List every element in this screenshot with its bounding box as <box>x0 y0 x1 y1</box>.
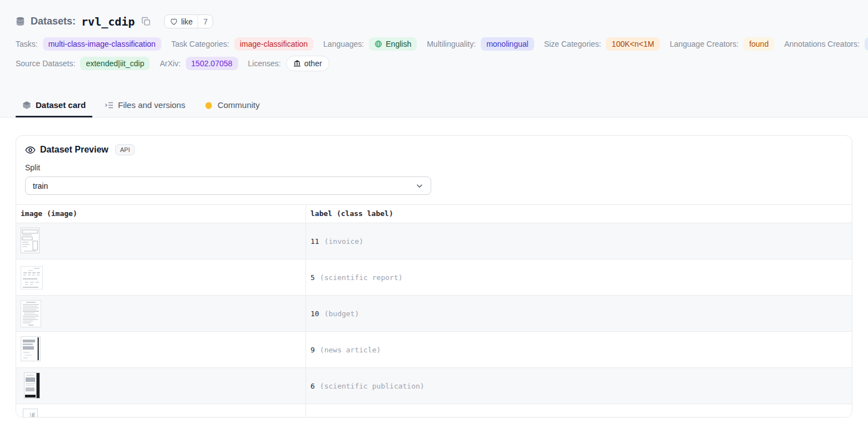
cube-icon <box>22 101 31 110</box>
label-name: (news article) <box>320 346 381 354</box>
tag-label: Languages: <box>323 40 364 48</box>
tag-group-arxiv: ArXiv: 1502.07058 <box>160 57 238 70</box>
table-row: 6 (scientific publication) <box>16 368 852 404</box>
tag-group-annotations-creators: Annotations Creators: found <box>784 37 868 51</box>
like-count: 7 <box>198 15 213 28</box>
label-name: (scientific publication) <box>320 382 425 390</box>
tag-group-language-creators: Language Creators: found <box>670 37 775 51</box>
eye-icon <box>25 145 36 155</box>
label-name: (scientific report) <box>320 273 403 282</box>
preview-title: Dataset Preview <box>40 145 108 155</box>
tag-label: Multilinguality: <box>427 40 476 48</box>
table-row: 10 (budget) <box>16 296 852 332</box>
tag-pill-task[interactable]: multi-class-image-classification <box>43 37 161 51</box>
document-thumbnail-news-article[interactable] <box>21 336 41 361</box>
tag-group-size-categories: Size Categories: 100K<n<1M <box>544 37 660 51</box>
tag-pill-language-creators[interactable]: found <box>743 37 774 51</box>
tag-pill-license[interactable]: other <box>286 56 329 71</box>
breadcrumb-datasets[interactable]: Datasets: <box>31 16 76 27</box>
bank-icon <box>293 60 301 67</box>
column-header-label: label (class label) <box>306 205 852 223</box>
tag-label: Annotations Creators: <box>784 40 859 48</box>
like-button[interactable]: like 7 <box>164 14 213 28</box>
table-row: 11 (invoice) <box>16 223 852 259</box>
table-row: 9 (news article) <box>16 332 852 368</box>
preview-table: image (image) label (class label) 11 (in… <box>16 204 852 418</box>
title-row: Datasets: rvl_cdip like 7 <box>16 0 852 28</box>
table-header-row: image (image) label (class label) <box>16 205 852 223</box>
like-label: like <box>181 17 193 26</box>
tag-label: Source Datasets: <box>16 59 75 68</box>
label-name: (invoice) <box>324 237 363 246</box>
tag-pill-annotations-creators[interactable]: found <box>865 37 868 51</box>
tag-pill-label: other <box>304 58 322 68</box>
label-name: (budget) <box>324 310 359 318</box>
dataset-preview-card: Dataset Preview API Split train image (i… <box>16 135 852 418</box>
tag-pill-task-category[interactable]: image-classification <box>234 37 313 51</box>
label-id: 9 <box>310 346 315 354</box>
document-thumbnail-scientific-publication[interactable] <box>24 372 40 399</box>
preview-header: Dataset Preview API <box>25 144 843 155</box>
tab-dataset-card[interactable]: Dataset card <box>16 95 92 117</box>
chevron-down-icon <box>416 182 423 190</box>
label-id: 11 <box>310 237 319 246</box>
main-content: Dataset Preview API Split train image (i… <box>0 117 868 418</box>
table-row: 5 (scientific report) <box>16 259 852 296</box>
heart-icon <box>170 17 178 26</box>
tag-label: Size Categories: <box>544 40 601 48</box>
tag-label: Task Categories: <box>171 40 229 48</box>
tab-label: Dataset card <box>36 100 86 110</box>
tab-label: Community <box>218 100 260 110</box>
tag-group-licenses: Licenses: other <box>248 56 329 71</box>
tag-label: Language Creators: <box>670 40 739 48</box>
tags-row-1: Tasks: multi-class-image-classification … <box>16 37 852 51</box>
document-thumbnail-budget[interactable] <box>21 300 41 327</box>
dataset-name: rvl_cdip <box>81 15 135 28</box>
tag-pill-multilinguality[interactable]: monolingual <box>481 37 534 51</box>
database-icon <box>16 17 25 26</box>
api-badge-button[interactable]: API <box>115 144 135 155</box>
tag-group-languages: Languages: English <box>323 37 417 51</box>
label-id: 6 <box>310 382 315 390</box>
document-thumbnail-partial[interactable] <box>23 409 38 418</box>
document-thumbnail-invoice[interactable] <box>21 228 40 253</box>
document-thumbnail-scientific-report[interactable] <box>21 266 43 289</box>
label-id: 5 <box>310 273 315 282</box>
page-header: Datasets: rvl_cdip like 7 Tasks: multi-c… <box>0 0 868 117</box>
globe-icon <box>374 40 382 48</box>
tab-bar: Dataset card Files and versions Communit… <box>0 95 868 117</box>
tag-pill-label: English <box>386 39 411 49</box>
tab-label: Files and versions <box>118 100 185 110</box>
tag-group-source-datasets: Source Datasets: extended|iit_cdip <box>16 57 150 70</box>
hands-icon <box>204 101 213 110</box>
tag-pill-arxiv[interactable]: 1502.07058 <box>186 57 238 70</box>
tag-group-tasks: Tasks: multi-class-image-classification <box>16 37 161 51</box>
table-row <box>16 404 852 418</box>
tag-label: Tasks: <box>16 40 38 48</box>
tag-group-task-categories: Task Categories: image-classification <box>171 37 313 51</box>
tab-files-and-versions[interactable]: Files and versions <box>98 95 192 117</box>
split-label: Split <box>25 163 843 172</box>
split-select[interactable]: train <box>25 176 431 195</box>
copy-icon[interactable] <box>141 17 151 26</box>
tag-pill-size-category[interactable]: 100K<n<1M <box>606 37 659 51</box>
split-select-value: train <box>33 181 48 190</box>
tag-pill-source-dataset[interactable]: extended|iit_cdip <box>80 57 150 70</box>
column-header-image: image (image) <box>16 205 306 223</box>
tab-community[interactable]: Community <box>198 95 267 117</box>
tag-pill-language[interactable]: English <box>369 37 417 51</box>
tag-group-multilinguality: Multilinguality: monolingual <box>427 37 534 51</box>
tag-label: ArXiv: <box>160 59 180 68</box>
tags-row-2: Source Datasets: extended|iit_cdip ArXiv… <box>16 56 852 81</box>
file-list-icon <box>105 101 114 110</box>
tag-label: Licenses: <box>248 59 281 68</box>
label-id: 10 <box>310 310 319 318</box>
